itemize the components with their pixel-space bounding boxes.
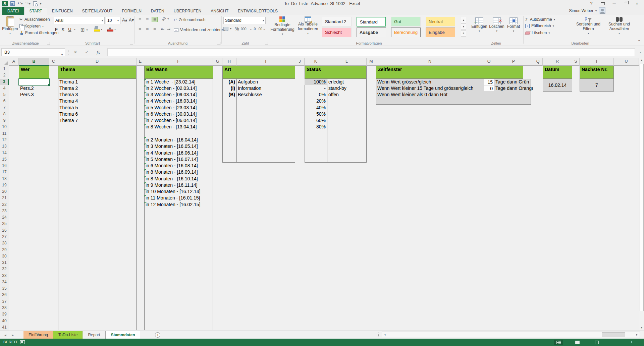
cell-thema[interactable]: Thema 7 (58, 117, 137, 124)
cell-bis-wann[interactable]: in 6 Wochen - [30.03.14] (144, 111, 213, 117)
cell-bis-wann[interactable]: in 4 Wochen - [16.03.14] (144, 98, 213, 104)
cell-bis-wann[interactable]: in 10 Monaten - [16.12.14] (144, 188, 213, 195)
column-header-S[interactable]: S (572, 58, 580, 66)
column-header-I[interactable]: I (236, 58, 295, 66)
row-header-9[interactable]: 9 (0, 117, 9, 124)
row-header-39[interactable]: 39 (0, 311, 9, 318)
gallery-more-button[interactable]: ≡ (461, 30, 466, 37)
column-header-G[interactable]: G (213, 58, 222, 66)
sheet-tab-stammdaten[interactable]: Stammdaten (105, 331, 140, 339)
thema-header[interactable]: Thema (58, 66, 137, 79)
conditional-formatting-button[interactable]: Bedingte Formatierung▾ (270, 16, 294, 37)
gallery-up-button[interactable]: ▴ (461, 17, 466, 23)
biswann-header[interactable]: Bis Wann (144, 66, 213, 79)
tab-einfügen[interactable]: EINFÜGEN (47, 7, 77, 15)
row-header-13[interactable]: 13 (0, 143, 9, 150)
dialog-launcher-icon[interactable] (265, 42, 268, 45)
row-header-2[interactable]: 2 (0, 72, 9, 78)
column-header-B[interactable]: B (19, 58, 49, 66)
tab-datei[interactable]: DATEI (2, 7, 24, 15)
cell-status-value[interactable]: 100% (305, 79, 327, 85)
column-header-U[interactable]: U (614, 58, 639, 66)
cell-style-good[interactable]: Gut (391, 17, 421, 26)
column-header-J[interactable]: J (295, 58, 305, 66)
row-header-37[interactable]: 37 (0, 298, 9, 305)
row-header-1[interactable]: 1 (0, 66, 9, 72)
cell-art-code[interactable]: (I) (222, 85, 236, 92)
font-size-select[interactable]: 10▾ (106, 17, 120, 24)
align-right-button[interactable]: ≡ (152, 27, 158, 32)
cell-status-value[interactable]: 80% (305, 124, 327, 130)
collapse-ribbon-button[interactable]: ⌃ (638, 39, 641, 44)
cell-art-label[interactable]: Aufgaben (236, 79, 295, 85)
cancel-entry-button[interactable]: ✕ (71, 49, 80, 56)
cell-thema[interactable]: Thema 2 (58, 85, 137, 92)
tab-daten[interactable]: DATEN (146, 7, 169, 15)
increase-decimal-button[interactable]: ←.0 (250, 27, 256, 31)
cell-zeitfenster-rule[interactable]: Wenn Wert kleiner als 0 dann Rot (376, 92, 484, 98)
cell-thema[interactable]: Thema 3 (58, 92, 137, 98)
cell-bis-wann[interactable]: in 6 Monaten - [16.08.14] (144, 163, 213, 169)
horizontal-scroll-thumb[interactable] (602, 332, 625, 337)
fill-button[interactable]: ↓Füllbereich▾ (525, 23, 554, 28)
shrink-font-button[interactable]: A▾ (129, 17, 134, 22)
dialog-launcher-icon[interactable] (217, 42, 220, 45)
row-header-8[interactable]: 8 (0, 111, 9, 117)
insert-cells-button[interactable]: ← Einfügen▾ (471, 17, 488, 34)
sheet-tab-einführung[interactable]: Einführung (23, 331, 53, 339)
zoom-in-button[interactable]: + (630, 340, 633, 345)
row-header-21[interactable]: 21 (0, 195, 9, 201)
cell-thema[interactable]: Thema 5 (58, 105, 137, 111)
cell-style-neutral[interactable]: Neutral (426, 17, 455, 26)
cell-art-label[interactable]: Information (236, 85, 295, 92)
column-header-Q[interactable]: Q (533, 58, 543, 66)
sheet-body[interactable]: 1234567891011121314151617181920212223242… (0, 66, 639, 331)
column-header-D[interactable]: D (58, 58, 137, 66)
cell-bis-wann[interactable]: in 9 Monaten - [16.11.14] (144, 182, 213, 188)
align-bottom-button[interactable]: ≡ (152, 17, 158, 22)
row-header-7[interactable]: 7 (0, 105, 9, 111)
cell-bis-wann[interactable]: in 8 Monaten - [16.09.14] (144, 169, 213, 175)
zeitfenster-header[interactable]: Zeitfenster (376, 66, 523, 79)
row-header-27[interactable]: 27 (0, 234, 9, 240)
avatar[interactable] (599, 7, 605, 14)
cell-thema[interactable]: Thema 4 (58, 98, 137, 104)
gallery-down-button[interactable]: ▾ (461, 23, 466, 30)
row-header-16[interactable]: 16 (0, 163, 9, 169)
restore-button[interactable] (620, 0, 631, 7)
cell-thema[interactable]: Thema 6 (58, 111, 137, 117)
sheet-tab-report[interactable]: Report (83, 331, 105, 339)
cell-bis-wann[interactable]: in 3 Monaten - [16.05.14] (144, 143, 213, 150)
underline-button[interactable]: U▾ (67, 27, 75, 32)
tab-start[interactable]: START (24, 7, 47, 15)
align-center-button[interactable]: ≡ (144, 27, 150, 32)
cell-bis-wann[interactable]: in 2 Monaten - [16.04.14] (144, 137, 213, 143)
naechste-nr-header[interactable]: Nächste Nr. (580, 66, 614, 79)
datum-value[interactable]: 16.02.14 (543, 79, 572, 92)
column-header-P[interactable]: P (494, 58, 533, 66)
cell-status-value[interactable]: - (305, 85, 327, 92)
cell-status-label[interactable]: erledigt (327, 79, 367, 85)
horizontal-scrollbar[interactable]: ◂ ▸ (382, 332, 640, 338)
column-header-C[interactable]: C (49, 58, 58, 66)
account-chip[interactable]: Simon Weber ▾ (569, 7, 606, 14)
row-header-15[interactable]: 15 (0, 156, 9, 163)
autosum-button[interactable]: ΣAutoSumme▾ (525, 17, 555, 22)
help-button[interactable]: ? (586, 0, 597, 7)
decrease-indent-button[interactable]: ⇤ (161, 27, 164, 32)
page-break-view-button[interactable] (592, 340, 601, 345)
cell-bis-wann[interactable]: in 2 Wochen - [02.03.14] (144, 85, 213, 92)
row-header-11[interactable]: 11 (0, 130, 9, 137)
cell-zeitfenster-rule[interactable]: Wenn Wert grösser/gleich (376, 79, 484, 85)
clear-button[interactable]: Löschen▾ (525, 31, 550, 35)
tab-ansicht[interactable]: ANSICHT (206, 7, 233, 15)
format-as-table-button[interactable]: Als Tabelle formatieren▾ (296, 16, 320, 36)
normal-view-button[interactable] (554, 340, 563, 345)
row-header-33[interactable]: 33 (0, 273, 9, 279)
row-header-35[interactable]: 35 (0, 285, 9, 292)
font-color-button[interactable]: A▾ (107, 27, 116, 32)
cell-wer[interactable]: Pers.3 (19, 92, 49, 98)
datum-header[interactable]: Datum (543, 66, 572, 79)
wer-header[interactable]: Wer (19, 66, 49, 79)
cell-status-label[interactable]: offen (327, 92, 367, 98)
